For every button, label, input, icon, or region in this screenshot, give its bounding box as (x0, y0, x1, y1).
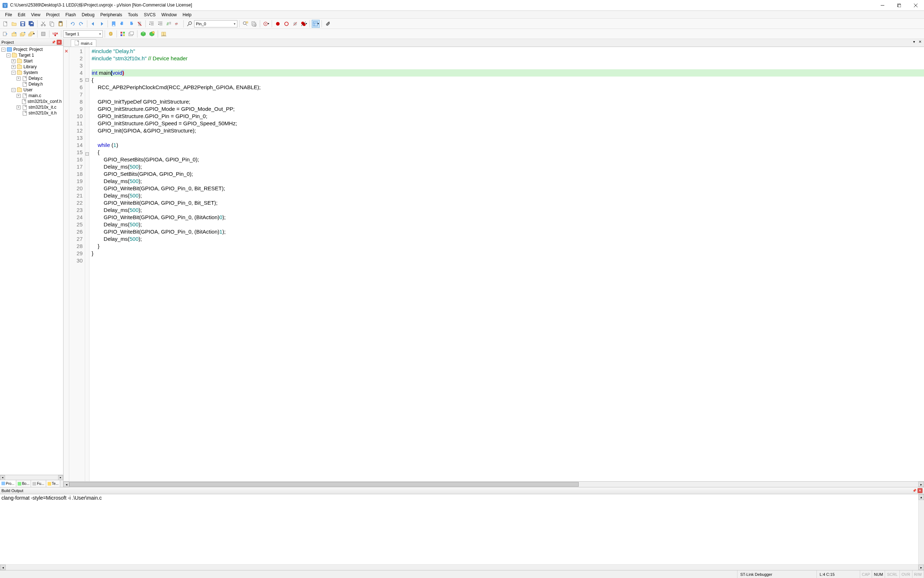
code-line-24[interactable]: GPIO_WriteBit(GPIOA, GPIO_Pin_0, (BitAct… (92, 214, 924, 221)
code-line-6[interactable]: RCC_APB2PeriphClockCmd(RCC_APB2Periph_GP… (92, 84, 924, 91)
tree-hscroll[interactable]: ◂ ▸ (0, 475, 63, 480)
menu-edit[interactable]: Edit (15, 11, 28, 18)
copy-button[interactable] (48, 20, 56, 28)
scroll-thumb[interactable] (69, 482, 579, 487)
project-tab-3[interactable]: Te... (46, 480, 61, 487)
scroll-left-icon[interactable]: ◂ (0, 565, 6, 570)
pack-installer-button[interactable] (139, 30, 147, 38)
close-button[interactable] (908, 0, 924, 11)
nav-back-button[interactable] (89, 20, 97, 28)
code-line-22[interactable]: GPIO_WriteBit(GPIOA, GPIO_Pin_0, Bit_SET… (92, 199, 924, 206)
menu-project[interactable]: Project (43, 11, 62, 18)
tree-target[interactable]: −Target 1 (0, 52, 63, 58)
save-button[interactable] (19, 20, 27, 28)
code-line-13[interactable] (92, 134, 924, 141)
build-output-text[interactable]: clang-format -style=Microsoft -i .\User\… (0, 494, 924, 564)
scroll-right-icon[interactable]: ▸ (918, 482, 924, 487)
code-line-30[interactable] (92, 257, 924, 264)
project-tab-0[interactable]: Pro... (0, 480, 16, 487)
tree-group-user[interactable]: −User (0, 87, 63, 93)
code-line-5[interactable]: { (92, 76, 924, 84)
bookmark-clear-button[interactable] (136, 20, 144, 28)
tab-dropdown-icon[interactable]: ▾ (912, 40, 916, 44)
breakpoint-insert-button[interactable] (274, 20, 282, 28)
redo-button[interactable] (77, 20, 85, 28)
menu-flash[interactable]: Flash (62, 11, 79, 18)
scroll-right-icon[interactable]: ▸ (58, 475, 63, 480)
code-line-20[interactable]: GPIO_WriteBit(GPIOA, GPIO_Pin_0, Bit_RES… (92, 185, 924, 192)
panel-pin-icon[interactable]: 📌 (912, 488, 917, 493)
scroll-right-icon[interactable]: ▸ (918, 565, 924, 570)
cut-button[interactable] (39, 20, 47, 28)
find-in-files-button[interactable] (250, 20, 258, 28)
bookmark-prev-button[interactable] (118, 20, 126, 28)
find-button[interactable] (186, 20, 193, 28)
code-line-28[interactable]: } (92, 243, 924, 250)
build-hscroll[interactable]: ◂ ▸ (0, 564, 924, 570)
tab-close-icon[interactable]: ✕ (918, 40, 922, 44)
menu-svcs[interactable]: SVCS (141, 11, 159, 18)
open-file-button[interactable] (10, 20, 18, 28)
menu-tools[interactable]: Tools (125, 11, 141, 18)
tree-file-Delay-h[interactable]: Delay.h (0, 81, 63, 87)
menu-view[interactable]: View (28, 11, 43, 18)
nav-forward-button[interactable] (98, 20, 106, 28)
panel-pin-icon[interactable]: 📌 (51, 40, 56, 45)
tree-file-stm32f10x_it-h[interactable]: stm32f10x_it.h (0, 110, 63, 116)
tree-file-main-c[interactable]: +main.c (0, 93, 63, 99)
panel-close-icon[interactable]: ✕ (918, 488, 922, 493)
code-line-15[interactable]: { (92, 149, 924, 156)
books-button[interactable] (160, 30, 168, 38)
code-line-14[interactable]: while (1) (92, 141, 924, 149)
code-line-10[interactable]: GPIO_InitStructure.GPIO_Pin = GPIO_Pin_0… (92, 113, 924, 120)
code-line-2[interactable]: #include "stm32f10x.h" // Device header (92, 55, 924, 62)
menu-peripherals[interactable]: Peripherals (97, 11, 125, 18)
maximize-button[interactable] (891, 0, 908, 11)
comment-button[interactable]: // (165, 20, 173, 28)
code-line-12[interactable]: GPIO_Init(GPIOA, &GPIO_InitStructure); (92, 127, 924, 134)
menu-file[interactable]: File (2, 11, 15, 18)
editor-tab-main[interactable]: main.c (71, 39, 96, 47)
project-tab-1[interactable]: Bo... (16, 480, 31, 487)
code-line-7[interactable] (92, 91, 924, 98)
build-vscroll[interactable]: ▴ (918, 494, 924, 564)
options-button[interactable] (107, 30, 115, 38)
incremental-find-button[interactable] (241, 20, 249, 28)
stop-build-button[interactable] (39, 30, 47, 38)
menu-debug[interactable]: Debug (79, 11, 97, 18)
code-editor[interactable]: ✕ 12345678910111213141516171819202122232… (63, 47, 924, 481)
code-line-11[interactable]: GPIO_InitStructure.GPIO_Speed = GPIO_Spe… (92, 120, 924, 127)
tree-group-start[interactable]: +Start (0, 58, 63, 64)
new-file-button[interactable] (2, 20, 10, 28)
manage-project-button[interactable] (119, 30, 127, 38)
project-tab-2[interactable]: Fu... (31, 480, 46, 487)
scroll-left-icon[interactable]: ◂ (63, 482, 69, 487)
paste-button[interactable] (57, 20, 65, 28)
tree-file-stm32f10x_conf-h[interactable]: stm32f10x_conf.h (0, 99, 63, 104)
batch-build-button[interactable]: ▾ (28, 30, 36, 38)
menu-window[interactable]: Window (159, 11, 180, 18)
debug-button[interactable]: ▾ (262, 20, 270, 28)
tree-project-root[interactable]: −Project: Project (0, 47, 63, 52)
tree-file-Delay-c[interactable]: +Delay.c (0, 75, 63, 81)
minimize-button[interactable] (874, 0, 891, 11)
code-line-17[interactable]: Delay_ms(500); (92, 163, 924, 170)
code-line-18[interactable]: GPIO_SetBits(GPIOA, GPIO_Pin_0); (92, 170, 924, 178)
code-line-25[interactable]: Delay_ms(500); (92, 221, 924, 228)
bookmark-toggle-button[interactable] (110, 20, 118, 28)
panel-close-icon[interactable]: ✕ (57, 40, 62, 45)
breakpoint-enable-button[interactable] (283, 20, 290, 28)
project-tree[interactable]: −Project: Project−Target 1+Start+Library… (0, 46, 63, 475)
code-line-4[interactable]: int main(void) (92, 69, 924, 76)
uncomment-button[interactable]: // (173, 20, 181, 28)
target-combo[interactable]: Target 1 (63, 30, 103, 37)
tree-file-stm32f10x_it-c[interactable]: +stm32f10x_it.c (0, 104, 63, 110)
translate-button[interactable] (2, 30, 10, 38)
save-all-button[interactable] (28, 20, 36, 28)
editor-hscroll[interactable]: ◂ ▸ (63, 481, 924, 487)
code-line-3[interactable] (92, 62, 924, 69)
rebuild-button[interactable] (19, 30, 27, 38)
indent-button[interactable] (147, 20, 155, 28)
undo-button[interactable] (68, 20, 76, 28)
code-line-26[interactable]: GPIO_WriteBit(GPIOA, GPIO_Pin_0, (BitAct… (92, 228, 924, 235)
